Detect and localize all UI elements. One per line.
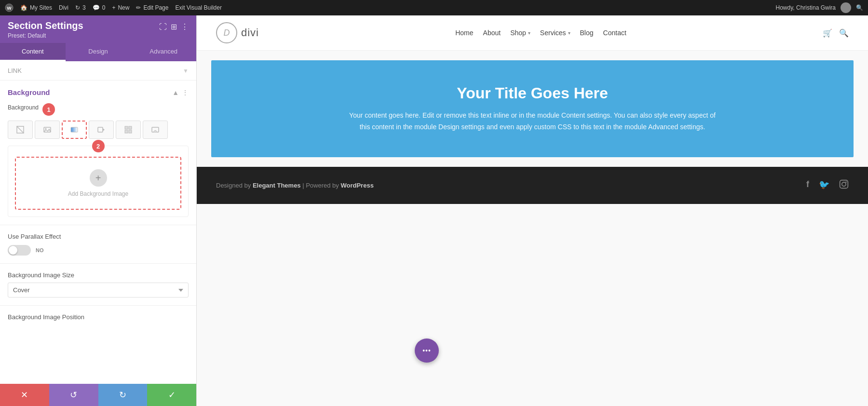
edit-page-button[interactable]: ✏ Edit Page [136,4,168,11]
footer-wordpress: WordPress [340,182,373,189]
bg-image-size-label: Background Image Size [8,271,189,279]
cart-icon[interactable]: 🛒 [823,28,832,38]
collapse-icon[interactable]: ▲ [172,89,179,96]
shop-dropdown-icon: ▾ [528,30,530,36]
comments-link[interactable]: 💬 0 [93,4,106,11]
new-button[interactable]: + New [112,4,129,11]
section-block-icons: ▲ ⋮ [172,89,189,96]
admin-bar-right: Howdy, Christina Gwira 🔍 [776,2,863,13]
site-footer: Designed by Elegant Themes | Powered by … [197,167,868,204]
sidebar-content: LINK ▼ Background ▲ ⋮ Background 1 [0,61,196,384]
undo-button[interactable]: ↺ [49,384,98,406]
background-section-title: Background [8,88,50,96]
page-preview: D divi Home About Shop ▾ Services ▾ Blog… [197,15,868,406]
hero-content: Your content goes here. Edit or remove t… [344,110,720,133]
nav-home[interactable]: Home [455,29,473,37]
bg-image-size-section: Background Image Size Cover Contain Auto… [0,264,196,306]
pattern-bg-icon [124,126,132,134]
instagram-icon[interactable] [839,179,849,191]
logo-text: divi [241,27,259,39]
comment-icon: 💬 [93,4,100,11]
svg-point-16 [845,181,847,183]
my-sites-link[interactable]: 🏠 My Sites [20,4,52,11]
bg-type-image[interactable] [35,121,60,139]
badge-2-wrapper: 2 [92,140,105,152]
nav-search-icon[interactable]: 🔍 [839,28,849,38]
background-section: Background ▲ ⋮ Background 1 [0,81,196,225]
svg-rect-14 [840,180,848,188]
nav-shop[interactable]: Shop ▾ [510,29,530,37]
admin-bar: W 🏠 My Sites Divi ↻ 3 💬 0 + New ✏ Edit P… [0,0,868,15]
badge-1: 1 [42,103,55,116]
nav-about[interactable]: About [483,29,501,37]
nav-contact[interactable]: Contact [603,29,626,37]
footer-social-icons: f 🐦 [806,179,849,191]
parallax-toggle-label: NO [36,247,44,253]
main-layout: Section Settings Preset: Default ⛶ ⊞ ⋮ C… [0,15,868,406]
background-section-header: Background ▲ ⋮ [8,88,189,96]
tab-advanced[interactable]: Advanced [131,43,196,61]
bg-type-mask[interactable] [143,121,168,139]
menu-icon[interactable]: ⋮ [182,89,189,96]
hero-section: Your Title Goes Here Your content goes h… [211,60,854,157]
plus-icon: + [112,4,115,11]
fullscreen-icon[interactable]: ⛶ [159,23,167,31]
tab-content[interactable]: Content [0,43,66,61]
wp-icon: W [5,3,14,12]
svg-rect-6 [71,127,78,132]
bg-type-video[interactable] [89,121,114,139]
svg-rect-12 [129,130,132,133]
mask-bg-icon [151,126,159,134]
fab-icon: ••• [422,347,431,354]
video-bg-icon [97,126,105,134]
bg-type-tabs [8,121,189,139]
more-options-icon[interactable]: ⋮ [181,22,189,31]
plus-circle-icon: + [90,169,107,187]
user-greeting: Howdy, Christina Gwira [776,4,836,11]
divi-link[interactable]: Divi [59,4,68,11]
sidebar-header: Section Settings Preset: Default ⛶ ⊞ ⋮ [0,15,196,43]
bottom-toolbar: ✕ ↺ ↻ ✓ [0,384,196,406]
columns-icon[interactable]: ⊞ [171,22,177,31]
site-nav: D divi Home About Shop ▾ Services ▾ Blog… [197,15,868,51]
bg-type-gradient[interactable] [62,121,87,139]
svg-rect-10 [129,126,132,129]
exit-builder-button[interactable]: Exit Visual Builder [175,4,222,11]
svg-marker-8 [103,128,105,131]
bg-image-size-select[interactable]: Cover Contain Auto Custom Size [8,283,189,298]
background-field-label: Background [8,104,39,111]
svg-text:W: W [7,5,12,11]
footer-elegant-themes: Elegant Themes [253,182,301,189]
collapsed-section-title: LINK [8,67,22,74]
facebook-icon[interactable]: f [806,179,809,191]
nav-blog[interactable]: Blog [580,29,594,37]
badge-2: 2 [92,140,105,152]
redo-button[interactable]: ↻ [98,384,148,406]
page-content: Your Title Goes Here Your content goes h… [197,51,868,406]
tab-design[interactable]: Design [66,43,131,61]
nav-services[interactable]: Services ▾ [540,29,570,37]
parallax-toggle[interactable] [8,245,31,256]
add-background-image-button[interactable]: + Add Background Image [15,157,181,210]
twitter-icon[interactable]: 🐦 [819,179,829,191]
floating-action-button[interactable]: ••• [415,338,439,363]
bg-image-position-section: Background Image Position [0,306,196,325]
chevron-down-icon: ▼ [183,68,189,74]
svg-rect-9 [125,126,128,129]
counter-link[interactable]: ↻ 3 [75,4,86,11]
home-icon: 🏠 [20,4,27,11]
svg-point-5 [45,128,47,130]
sidebar-preset[interactable]: Preset: Default [8,32,83,39]
bg-type-none[interactable] [8,121,33,139]
sidebar-title: Section Settings [8,20,83,31]
toggle-knob [9,246,17,255]
save-button[interactable]: ✓ [147,384,196,406]
instagram-svg [839,179,849,189]
search-icon[interactable]: 🔍 [856,4,863,11]
add-bg-label: Add Background Image [68,190,128,197]
collapsed-link-section[interactable]: LINK ▼ [0,61,196,81]
cancel-button[interactable]: ✕ [0,384,49,406]
site-nav-links: Home About Shop ▾ Services ▾ Blog Contac… [455,29,626,37]
bg-type-pattern[interactable] [116,121,141,139]
wp-logo[interactable]: W [5,3,14,12]
